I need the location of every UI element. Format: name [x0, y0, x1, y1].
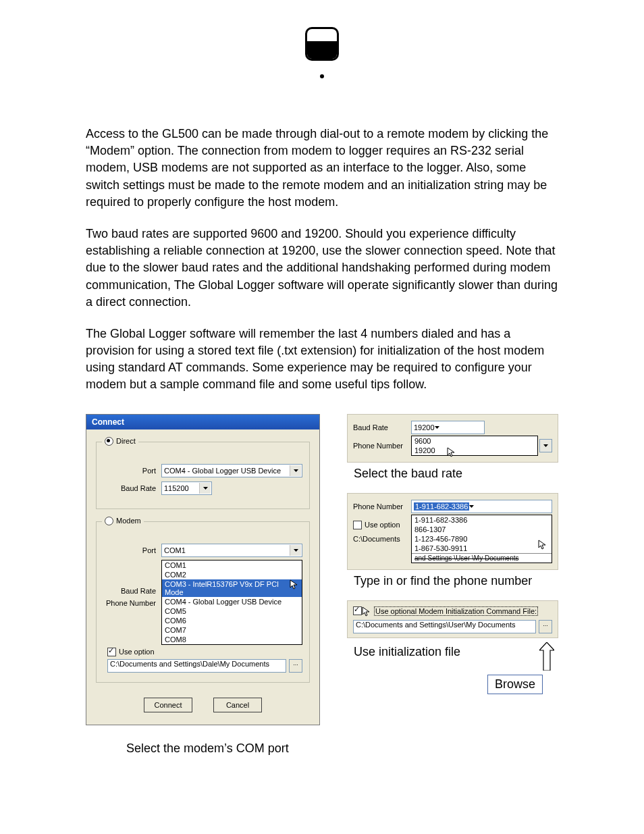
phone-number-combo[interactable]: 1-911-682-3386 [411, 500, 552, 513]
svg-marker-0 [294, 469, 298, 472]
init-file-panel: Use optional Modem Initialization Comman… [347, 600, 558, 638]
direct-radio[interactable] [105, 437, 113, 446]
phone-panel: Phone Number 1-911-682-3386 Use option C… [347, 493, 558, 570]
use-init-file-label: Use optional Modem Initialization Comman… [374, 606, 538, 616]
paragraph-3: The Global Logger software will remember… [86, 325, 558, 394]
dropdown-item[interactable]: COM4 - Global Logger USB Device [162, 597, 302, 606]
dropdown-item[interactable]: 9600 [412, 436, 537, 446]
phone-number-label: Phone Number [353, 442, 411, 450]
left-caption: Select the modem’s COM port [126, 741, 320, 756]
baud-panel: Baud Rate 19200 Phone Number 9600 19200 [347, 414, 558, 463]
baud-rate-label: Baud Rate [353, 423, 411, 432]
dialog-titlebar: Connect [86, 415, 319, 429]
baud-caption: Select the baud rate [354, 467, 558, 481]
dropdown-item[interactable]: 1-867-530-9911 [412, 544, 552, 553]
chevron-down-icon[interactable] [539, 439, 552, 452]
modem-radio[interactable] [105, 517, 113, 525]
svg-marker-4 [543, 444, 548, 447]
svg-marker-2 [294, 549, 298, 552]
phone-number-value: 1-911-682-3386 [414, 502, 469, 511]
use-init-file-checkbox[interactable] [353, 606, 362, 615]
modem-port-dropdown[interactable]: COM1 COM2 COM3 - IntelR15376P V9x DF PCI… [161, 560, 302, 645]
up-arrow-icon [539, 642, 554, 671]
chevron-down-icon[interactable] [469, 505, 474, 508]
paragraph-2: Two baud rates are supported 9600 and 19… [86, 226, 558, 311]
path-prefix: C:\Documents [353, 535, 400, 543]
baud-rate-value: 19200 [414, 423, 435, 432]
dropdown-item-selected[interactable]: COM3 - IntelR15376P V9x DF PCI Mode [162, 579, 302, 597]
direct-baud-label: Baud Rate [103, 484, 161, 492]
chevron-down-icon[interactable] [199, 483, 211, 494]
phone-caption: Type in or find the phone number [354, 574, 558, 588]
dropdown-item[interactable]: 866-1307 [412, 525, 552, 534]
browse-button[interactable]: ... [539, 620, 552, 633]
direct-baud-value: 115200 [164, 484, 189, 492]
cursor-icon [362, 606, 371, 617]
modem-label: Modem [116, 517, 141, 525]
dropdown-item[interactable]: 1-911-682-3386 [412, 515, 552, 525]
use-option-checkbox[interactable] [107, 648, 116, 656]
direct-groupbox: Direct Port COM4 - Global Logger USB Dev… [96, 442, 310, 509]
init-file-path-field[interactable]: C:\Documents and Settings\Dale\My Docume… [107, 659, 286, 673]
paragraph-1: Access to the GL500 can be made through … [86, 126, 558, 211]
svg-marker-3 [435, 426, 439, 429]
browse-callout-label: Browse [487, 675, 543, 694]
chevron-down-icon[interactable] [290, 545, 301, 556]
svg-marker-5 [469, 505, 474, 508]
modem-port-value: COM1 [164, 546, 186, 554]
modem-phone-label: Phone Number [103, 599, 161, 607]
modem-port-label: Port [103, 546, 161, 554]
direct-port-value: COM4 - Global Logger USB Device [164, 467, 281, 475]
cancel-button[interactable]: Cancel [213, 698, 262, 712]
direct-port-combo[interactable]: COM4 - Global Logger USB Device [161, 464, 302, 477]
dropdown-item[interactable]: COM6 [162, 616, 302, 625]
dot-separator [320, 74, 324, 78]
use-option-label: Use option [365, 521, 400, 529]
dropdown-item[interactable]: COM2 [162, 570, 302, 579]
logo [305, 27, 339, 61]
dropdown-item[interactable]: COM7 [162, 625, 302, 635]
chevron-down-icon[interactable] [290, 465, 301, 476]
connect-button[interactable]: Connect [144, 698, 192, 712]
dropdown-item-selected[interactable]: 1-123-456-7890 [412, 534, 552, 544]
dropdown-item[interactable]: COM5 [162, 606, 302, 616]
dropdown-item[interactable]: COM8 [162, 635, 302, 644]
svg-marker-1 [203, 487, 208, 490]
path-suffix: and Settings \User \My Documents [414, 554, 519, 562]
browse-button[interactable]: ... [289, 659, 302, 673]
dropdown-item[interactable]: COM1 [162, 561, 302, 570]
use-option-label: Use option [119, 648, 155, 656]
phone-dropdown[interactable]: 1-911-682-3386 866-1307 1-123-456-7890 1… [411, 515, 552, 563]
direct-port-label: Port [103, 467, 161, 475]
baud-rate-combo[interactable]: 19200 [411, 421, 485, 434]
use-option-checkbox[interactable] [353, 521, 362, 529]
direct-label: Direct [116, 437, 136, 445]
chevron-down-icon[interactable] [435, 426, 439, 429]
phone-number-label: Phone Number [353, 502, 411, 511]
direct-baud-combo[interactable]: 115200 [161, 481, 212, 495]
modem-groupbox: Modem Port COM1 COM1 COM2 COM3 - IntelR1… [96, 521, 310, 683]
init-caption: Use initialization file [354, 645, 539, 659]
init-file-path-field[interactable]: C:\Documents and Settings\User\My Docume… [353, 620, 536, 633]
connect-dialog: Connect Direct Port COM4 - Global Logger… [86, 414, 320, 725]
modem-baud-label: Baud Rate [103, 587, 161, 595]
dropdown-item-selected[interactable]: 19200 [412, 446, 537, 455]
baud-dropdown[interactable]: 9600 19200 [411, 436, 538, 456]
modem-port-combo[interactable]: COM1 [161, 544, 302, 557]
